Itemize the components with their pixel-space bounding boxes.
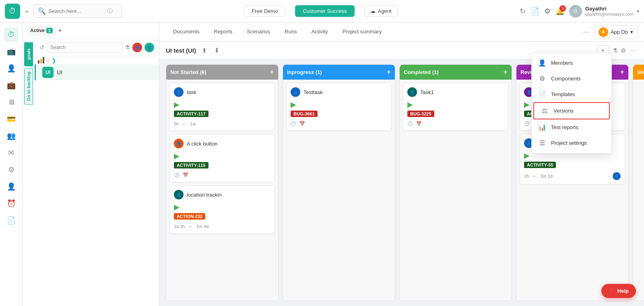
goals-tab[interactable]: goals xyxy=(24,42,33,66)
sidebar-icon-mail[interactable]: ✉ xyxy=(4,146,19,160)
board-more-btn[interactable]: ··· xyxy=(629,45,638,56)
app-logo[interactable]: ⏱ xyxy=(5,4,20,19)
col-header-not-started: Not Started (6) + xyxy=(166,65,278,80)
tag-action-232: ACTION-232 xyxy=(174,213,205,220)
col-add-inprogress[interactable]: + xyxy=(386,68,391,76)
upload-btn[interactable]: ⬆ xyxy=(200,45,208,56)
col-label-completed: Completed (1) xyxy=(404,69,439,75)
card-meta-task: 5h ← 1w xyxy=(174,121,270,127)
reset-icon[interactable]: ↺ xyxy=(39,44,44,51)
card-header-testtask: 👤 Testtask xyxy=(291,87,387,97)
top-navbar: ⏱ » 🔍 ⓘ Free Demo Customer Success ☁ Age… xyxy=(0,0,644,23)
test-reports-label: Test reports xyxy=(551,124,578,130)
card-title-click: A click button xyxy=(187,141,218,147)
card-title-location: location trackin xyxy=(187,192,222,198)
tag-activity-117: ACTIVITY-117 xyxy=(174,111,208,117)
filter-icon[interactable]: ⚗ xyxy=(125,44,130,51)
sidebar-icon-card[interactable]: 💳 xyxy=(4,112,19,126)
help-button[interactable]: ❓ Help xyxy=(601,284,636,298)
subnav-more-btn[interactable]: ··· xyxy=(583,28,589,36)
subnav-activity[interactable]: Activity xyxy=(304,23,335,42)
download-btn[interactable]: ⬇ xyxy=(213,45,221,56)
play-btn-location[interactable]: ▶ xyxy=(174,203,270,212)
card-task[interactable]: 👤 task ▶ ACTIVITY-117 5h ← 1w xyxy=(169,83,275,131)
play-btn-testtask[interactable]: ▶ xyxy=(291,100,387,109)
board-settings-btn[interactable]: ⚙ xyxy=(621,47,626,54)
sidebar-icon-doc[interactable]: 📄 xyxy=(4,213,19,228)
test-reports-item[interactable]: 📊 Test reports xyxy=(532,119,611,135)
play-btn-task[interactable]: ▶ xyxy=(174,100,270,109)
sidebar-icon-clock[interactable]: ⏱ xyxy=(4,27,19,42)
project-list-item-ui[interactable]: UI UI xyxy=(35,64,159,80)
templates-item[interactable]: 📄 Templates xyxy=(532,86,611,102)
col-header-verified: Verified + xyxy=(633,65,644,80)
versions-item[interactable]: ⚖ Versions xyxy=(533,102,610,119)
clock-icon-testtask: 🕐 xyxy=(291,121,296,126)
time-location: 1d 3h xyxy=(174,224,185,229)
search-input[interactable] xyxy=(48,8,105,14)
project-label-ui: UI xyxy=(57,69,62,76)
col-add-not-started[interactable]: + xyxy=(270,68,274,76)
templates-icon: 📄 xyxy=(538,90,546,98)
board-filter-btn[interactable]: ⚗ xyxy=(612,47,617,54)
sidebar-icon-users[interactable]: 👥 xyxy=(4,129,19,143)
subnav-runs[interactable]: Runs xyxy=(277,23,304,42)
tag-activity-115: ACTIVITY-115 xyxy=(174,162,208,168)
subnav-scenarios[interactable]: Scenarios xyxy=(239,23,277,42)
notification-btn[interactable]: 🔔 3 xyxy=(555,7,564,16)
bars-icon xyxy=(38,57,44,64)
col-add-completed[interactable]: + xyxy=(503,68,508,76)
play-btn-click[interactable]: ▶ xyxy=(174,152,270,160)
user-avatar-red[interactable]: 👤 xyxy=(132,43,142,52)
members-item[interactable]: 👤 Members xyxy=(532,55,611,71)
active-badge[interactable]: Active 1 xyxy=(27,27,56,35)
user-info[interactable]: G Gayathri gayathri@snovasys.com ▾ xyxy=(569,5,639,18)
nav-expand-btn[interactable]: » xyxy=(23,6,30,16)
subnav-project-summary[interactable]: Project summary xyxy=(335,23,389,42)
components-item[interactable]: ⚙ Components xyxy=(532,71,611,86)
warning-indicator: ⚠ xyxy=(46,58,50,63)
sidebar-icon-monitor[interactable]: 🖥 xyxy=(4,95,19,109)
card-testtask[interactable]: 👤 Testtask ▶ BUG-3661 🕐 📅 xyxy=(286,83,392,131)
agent-btn[interactable]: ☁ Agent xyxy=(364,5,398,17)
subnav-documents[interactable]: Documents xyxy=(166,23,207,42)
project-settings-item[interactable]: ☰ Project settings xyxy=(532,135,611,151)
card-title-task: task xyxy=(187,89,196,95)
project-panel: Active 1 ▾ goals Go to backlog ↺ ⚗ 👤 👤 xyxy=(23,23,159,306)
sidebar-icon-person[interactable]: 👤 xyxy=(4,179,19,194)
subnav-reports[interactable]: Reports xyxy=(207,23,240,42)
arrow-task: ← xyxy=(182,121,187,127)
backlog-tab[interactable]: Go to backlog xyxy=(24,68,33,105)
kanban-col-verified: Verified + xyxy=(633,64,644,301)
active-dropdown-arrow[interactable]: ▾ xyxy=(59,28,61,33)
customer-success-btn[interactable]: Customer Success xyxy=(295,5,354,17)
user-dropdown-arrow[interactable]: ▾ xyxy=(637,8,639,14)
card-header-task: 👤 task xyxy=(174,87,270,97)
sidebar-icon-timer[interactable]: ⏰ xyxy=(4,196,19,211)
panel-content: ↺ ⚗ 👤 👤 ⚠ ❯ UI UI xyxy=(35,39,159,306)
app-db-selector[interactable]: A App Db ▾ xyxy=(594,25,638,39)
templates-label: Templates xyxy=(551,91,575,97)
card-click-button[interactable]: 👤 A click button ▶ ACTIVITY-115 🕐 📅 xyxy=(169,134,275,182)
col-add-review[interactable]: + xyxy=(620,68,624,76)
card-task1[interactable]: 👤 Task1 ▶ BUG-3225 🕐 📅 xyxy=(403,83,508,131)
project-search-input[interactable] xyxy=(47,42,122,53)
play-btn-task1[interactable]: ▶ xyxy=(407,100,504,109)
refresh-icon[interactable]: ↻ xyxy=(520,7,526,16)
search-filter-row: ↺ ⚗ 👤 👤 xyxy=(35,39,159,56)
tag-bug-3661: BUG-3661 xyxy=(291,111,318,117)
right-arrow-indicator[interactable]: ❯ xyxy=(52,57,56,64)
col-cards-not-started: 👤 task ▶ ACTIVITY-117 5h ← 1w xyxy=(166,80,278,237)
sidebar-icon-briefcase[interactable]: 💼 xyxy=(4,78,19,92)
card-location[interactable]: 👤 location trackin ▶ ACTION-232 1d 3h ← … xyxy=(169,185,275,234)
document-icon-btn[interactable]: 📄 xyxy=(530,7,539,16)
settings-icon-btn[interactable]: ⚙ xyxy=(544,7,551,16)
card-avatar-task: 👤 xyxy=(174,87,184,97)
free-demo-btn[interactable]: Free Demo xyxy=(244,5,285,17)
col-cards-completed: 👤 Task1 ▶ BUG-3225 🕐 📅 xyxy=(400,80,512,134)
sidebar-icon-gear[interactable]: ⚙ xyxy=(4,162,19,177)
sidebar-icon-tv[interactable]: 📺 xyxy=(4,44,19,59)
sidebar-icon-people[interactable]: 👤 xyxy=(4,61,19,76)
est-sanjay: 3m 1d xyxy=(540,174,553,179)
user-avatar-teal[interactable]: 👤 xyxy=(144,43,154,52)
